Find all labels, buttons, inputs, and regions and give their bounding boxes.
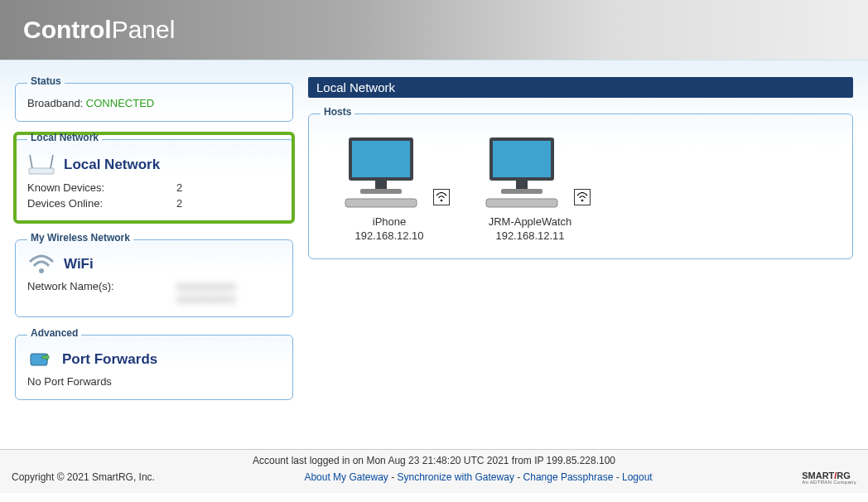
known-devices-value: 2 xyxy=(176,181,182,194)
svg-rect-6 xyxy=(352,141,410,177)
svg-rect-12 xyxy=(493,141,551,177)
app-title-bold: Control xyxy=(23,16,112,43)
wifi-badge-icon xyxy=(433,189,450,205)
last-login-line: Account last logged in on Mon Aug 23 21:… xyxy=(12,455,856,466)
wifi-icon xyxy=(27,253,55,275)
change-passphrase-link[interactable]: Change Passphrase xyxy=(523,471,614,483)
wifi-badge-icon xyxy=(574,189,591,205)
broadband-status-value: CONNECTED xyxy=(86,97,154,109)
svg-rect-9 xyxy=(345,199,417,207)
svg-line-2 xyxy=(51,155,53,168)
advanced-title[interactable]: Port Forwards xyxy=(62,351,157,368)
known-devices-row: Known Devices: 2 xyxy=(27,181,281,194)
footer-bottom: Copyright © 2021 SmartRG, Inc. About My … xyxy=(12,470,856,485)
host-ip: 192.168.12.11 xyxy=(476,229,584,242)
svg-rect-15 xyxy=(486,199,557,207)
local-network-title[interactable]: Local Network xyxy=(64,157,160,173)
svg-point-16 xyxy=(581,200,584,202)
host-name: JRM-AppleWatch xyxy=(476,215,584,228)
broadband-status-line: Broadband: CONNECTED xyxy=(27,97,281,109)
app-title: ControlPanel xyxy=(23,16,175,44)
hosts-grid: iPhone 192.168.12.10 xyxy=(321,128,841,247)
devices-online-label: Devices Online: xyxy=(27,197,176,210)
wireless-head[interactable]: WiFi xyxy=(27,253,281,275)
computer-icon xyxy=(335,136,427,210)
detail-title: Local Network xyxy=(308,77,853,98)
sync-gateway-link[interactable]: Synchronize with Gateway xyxy=(397,471,514,483)
devices-online-value: 2 xyxy=(176,197,182,210)
footer-links: About My Gateway - Synchronize with Gate… xyxy=(304,471,652,483)
svg-rect-7 xyxy=(375,181,387,189)
svg-point-3 xyxy=(39,268,44,273)
port-forward-icon xyxy=(27,349,54,370)
about-gateway-link[interactable]: About My Gateway xyxy=(304,471,388,483)
port-forwards-empty: No Port Forwards xyxy=(27,375,281,388)
computer-icon xyxy=(476,136,567,210)
footer: Account last logged in on Mon Aug 23 21:… xyxy=(0,449,868,493)
wireless-panel[interactable]: My Wireless Network WiFi Network Name(s)… xyxy=(15,234,293,317)
host-item[interactable]: JRM-AppleWatch 192.168.12.11 xyxy=(476,136,584,242)
local-network-panel[interactable]: Local Network Local Network Known Device… xyxy=(15,133,293,222)
wireless-legend: My Wireless Network xyxy=(27,232,133,244)
main-content: Status Broadband: CONNECTED Local Networ… xyxy=(0,60,868,449)
advanced-panel[interactable]: Advanced Port Forwards No Port Forwards xyxy=(15,329,293,400)
wireless-title[interactable]: WiFi xyxy=(64,256,94,273)
network-names-row: Network Name(s): xxxxxxxxxxxxxxxxxxxxxx xyxy=(27,280,281,305)
host-ip: 192.168.12.10 xyxy=(335,229,443,242)
sidebar: Status Broadband: CONNECTED Local Networ… xyxy=(15,77,293,441)
hosts-panel: Hosts iPh xyxy=(308,108,853,259)
svg-rect-8 xyxy=(360,189,402,194)
svg-rect-13 xyxy=(516,181,528,189)
host-item[interactable]: iPhone 192.168.12.10 xyxy=(335,136,443,242)
detail-panel: Local Network Hosts xyxy=(308,77,853,441)
hosts-legend: Hosts xyxy=(321,106,354,118)
broadband-label: Broadband: xyxy=(27,97,83,109)
svg-rect-0 xyxy=(29,168,54,174)
network-names-value: xxxxxxxxxxxxxxxxxxxxxx xyxy=(176,280,236,305)
logout-link[interactable]: Logout xyxy=(622,471,653,483)
svg-line-1 xyxy=(30,155,32,168)
app-title-light: Panel xyxy=(112,16,176,43)
status-legend: Status xyxy=(27,75,65,87)
brand-logo: SMART/RG An ADTRAN Company xyxy=(802,470,856,485)
status-panel: Status Broadband: CONNECTED xyxy=(15,77,293,122)
copyright: Copyright © 2021 SmartRG, Inc. xyxy=(12,471,155,483)
svg-rect-14 xyxy=(501,189,542,194)
devices-online-row: Devices Online: 2 xyxy=(27,197,281,210)
svg-point-10 xyxy=(441,200,443,202)
network-names-label: Network Name(s): xyxy=(27,280,176,305)
host-name: iPhone xyxy=(335,215,443,228)
router-icon xyxy=(27,153,55,176)
advanced-legend: Advanced xyxy=(27,327,81,339)
app-header: ControlPanel xyxy=(0,0,868,60)
host-figure xyxy=(476,136,584,210)
advanced-head[interactable]: Port Forwards xyxy=(27,349,281,370)
known-devices-label: Known Devices: xyxy=(27,181,176,194)
local-network-legend: Local Network xyxy=(27,132,102,143)
host-figure xyxy=(335,136,443,210)
local-network-head[interactable]: Local Network xyxy=(27,153,281,176)
